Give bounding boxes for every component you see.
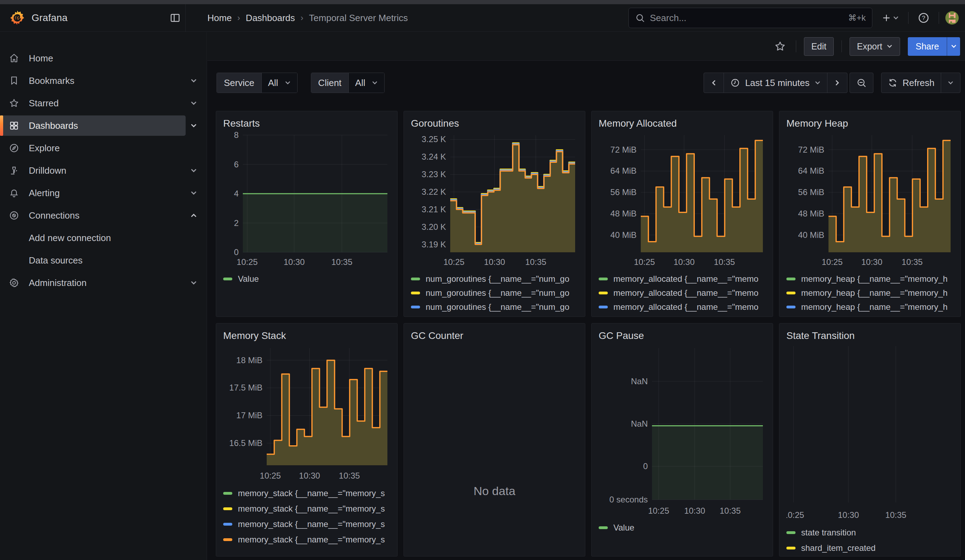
legend-item[interactable]: state transition	[787, 525, 954, 540]
sidebar-item-explore-button[interactable]: Explore	[2, 138, 202, 158]
legend-item[interactable]: memory_stack {__name__="memory_s	[223, 501, 390, 516]
chevron-down-icon[interactable]	[186, 275, 202, 291]
panel-title[interactable]: Memory Heap	[787, 116, 954, 131]
chevron-down-icon[interactable]	[186, 95, 202, 111]
legend-item[interactable]: memory_heap {__name__="memory_h	[787, 272, 954, 286]
legend-item[interactable]: Value	[599, 521, 766, 535]
sidebar-item-add-new-connection-button[interactable]: Add new connection	[2, 228, 202, 248]
chevron-down-icon[interactable]	[186, 73, 202, 89]
sidebar-item-label: Drilldown	[29, 165, 66, 176]
sidebar-item-label: Data sources	[29, 255, 82, 266]
legend-item[interactable]: Value	[223, 272, 390, 286]
memory-heap-chart[interactable]: 10:2510:3010:3572 MiB64 MiB56 MiB48 MiB4…	[787, 131, 954, 270]
time-shift-forward-button[interactable]	[827, 73, 847, 93]
state-transition-chart[interactable]: 10:2510:3010:35	[787, 343, 954, 523]
svg-text:0: 0	[643, 461, 648, 471]
sidebar-item-administration-button[interactable]: Administration	[2, 273, 186, 293]
refresh-interval-dropdown[interactable]	[941, 73, 960, 93]
legend-label: memory_stack {__name__="memory_s	[238, 519, 385, 529]
client-variable-value: All	[355, 78, 365, 88]
legend-label: memory_heap {__name__="memory_h	[801, 274, 947, 284]
gc-pause-chart[interactable]: 10:2510:3010:35NaNNaN00 seconds	[599, 343, 766, 519]
chevron-down-icon[interactable]	[186, 162, 202, 179]
panel-title[interactable]: GC Pause	[599, 328, 766, 343]
sidebar-item-data-sources-button[interactable]: Data sources	[2, 250, 202, 271]
goroutines-chart[interactable]: 10:2510:3010:353.25 K3.24 K3.23 K3.22 K3…	[411, 131, 579, 270]
legend-item[interactable]: num_goroutines {__name__="num_go	[411, 272, 578, 286]
export-button[interactable]: Export	[850, 37, 900, 56]
panel-title[interactable]: Restarts	[223, 116, 390, 131]
legend-label: num_goroutines {__name__="num_go	[426, 316, 569, 317]
sidebar-item-connections-button[interactable]: Connections	[2, 205, 186, 225]
legend-swatch	[411, 305, 420, 309]
legend-item[interactable]: num_goroutines {__name__="num_go	[411, 300, 578, 314]
panel-title[interactable]: Goroutines	[411, 116, 578, 131]
legend-item[interactable]: memory_allocated {__name__="memo	[599, 272, 766, 286]
legend-item[interactable]: num_goroutines {__name__="num_go	[411, 314, 578, 317]
breadcrumb-home[interactable]: Home	[208, 13, 232, 23]
sidebar-collapse-icon[interactable]	[165, 8, 185, 28]
sidebar-item-starred-button[interactable]: Starred	[2, 93, 186, 113]
legend-item[interactable]: memory_stack {__name__="memory_s	[223, 486, 390, 501]
memory-stack-chart[interactable]: 10:2510:3010:3518 MiB17.5 MiB17 MiB16.5 …	[223, 343, 391, 483]
dashboards-grid-icon	[8, 120, 20, 131]
search-input[interactable]: Search... ⌘+k	[628, 8, 872, 28]
legend-item[interactable]: memory_allocated {__name__="memo	[599, 300, 766, 314]
panel-memory-stack: Memory Stack 10:2510:3010:3518 MiB17.5 M…	[216, 323, 397, 557]
client-variable-select[interactable]: Client All	[311, 73, 384, 93]
sidebar-item-label: Bookmarks	[29, 75, 74, 87]
plus-icon	[882, 13, 891, 23]
panel-title[interactable]: State Transition	[787, 328, 954, 343]
legend-item[interactable]: num_goroutines {__name__="num_go	[411, 286, 578, 300]
legend-item[interactable]: memory_heap {__name__="memory_h	[787, 286, 954, 300]
legend-item[interactable]: memory_allocated {__name__="memo	[599, 286, 766, 300]
legend-item[interactable]: shard_item_created	[787, 540, 954, 556]
chevron-down-icon[interactable]	[186, 185, 202, 201]
sidebar-item-dashboards-button[interactable]: Dashboards	[2, 116, 186, 136]
sidebar-item-label: Starred	[29, 98, 59, 109]
share-split-button: Share	[908, 37, 960, 56]
svg-text:40 MiB: 40 MiB	[798, 230, 824, 240]
sidebar-item-label: Connections	[29, 210, 80, 221]
zoom-out-button[interactable]	[850, 73, 873, 93]
panel-goroutines: Goroutines 10:2510:3010:353.25 K3.24 K3.…	[404, 111, 585, 317]
svg-text:3.23 K: 3.23 K	[422, 170, 446, 179]
time-shift-back-button[interactable]	[704, 73, 724, 93]
restarts-chart[interactable]: 10:2510:3010:3586420	[223, 131, 391, 270]
panel-title[interactable]: GC Counter	[411, 328, 578, 343]
chevron-down-icon[interactable]	[186, 118, 202, 134]
favorite-star-icon[interactable]	[772, 40, 788, 52]
refresh-button[interactable]: Refresh	[882, 73, 941, 93]
legend-item[interactable]: memory_heap {__name__="memory_h	[787, 314, 954, 317]
share-dropdown-button[interactable]	[947, 37, 960, 56]
legend-item[interactable]: memory_allocated {__name__="memo	[599, 314, 766, 317]
toolbar-divider	[796, 40, 796, 52]
chevron-down-icon	[371, 80, 378, 86]
legend-swatch	[223, 538, 232, 541]
active-accent-bar	[0, 116, 3, 136]
memory-allocated-chart[interactable]: 10:2510:3010:3572 MiB64 MiB56 MiB48 MiB4…	[599, 131, 766, 270]
panel-title[interactable]: Memory Stack	[223, 328, 390, 343]
legend: state transition shard_item_created	[787, 525, 954, 556]
svg-text:56 MiB: 56 MiB	[610, 188, 636, 197]
star-icon	[8, 98, 20, 108]
legend-item[interactable]: memory_stack {__name__="memory_s	[223, 516, 390, 532]
avatar[interactable]	[945, 11, 959, 24]
legend-swatch	[787, 305, 795, 309]
service-variable-select[interactable]: Service All	[216, 73, 298, 93]
panel-title[interactable]: Memory Allocated	[599, 116, 766, 131]
legend-item[interactable]: memory_stack {__name__="memory_s	[223, 532, 390, 547]
chevron-up-icon[interactable]	[186, 207, 202, 224]
help-button[interactable]: ?	[915, 9, 932, 27]
sidebar-item-alerting-button[interactable]: Alerting	[2, 183, 186, 203]
breadcrumb-dashboards[interactable]: Dashboards	[245, 13, 295, 23]
grafana-logo-icon[interactable]	[9, 10, 25, 26]
share-button[interactable]: Share	[908, 37, 947, 56]
sidebar-item-bookmarks-button[interactable]: Bookmarks	[2, 70, 186, 91]
add-new-button[interactable]	[879, 9, 902, 27]
legend-item[interactable]: memory_heap {__name__="memory_h	[787, 300, 954, 314]
sidebar-item-home-button[interactable]: Home	[2, 48, 202, 69]
time-range-picker[interactable]: Last 15 minutes	[724, 73, 827, 93]
edit-button[interactable]: Edit	[804, 37, 834, 56]
sidebar-item-drilldown-button[interactable]: Drilldown	[2, 160, 186, 181]
